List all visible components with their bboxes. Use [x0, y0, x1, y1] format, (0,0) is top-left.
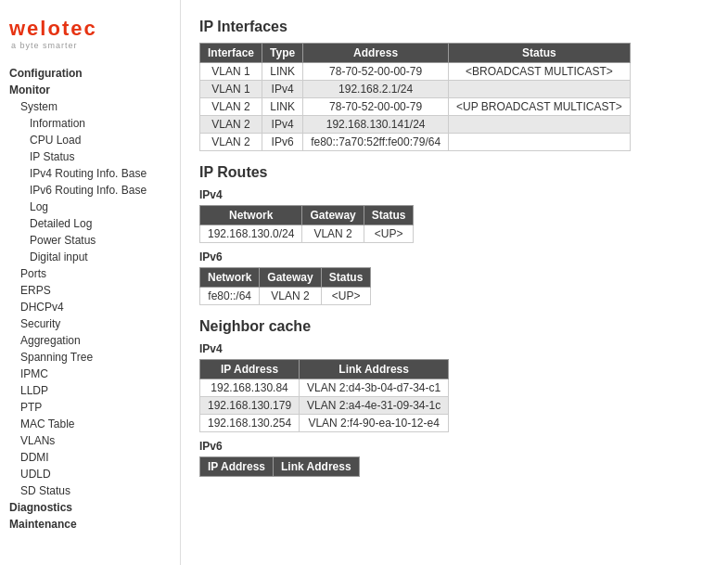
table-cell: LINK — [262, 98, 303, 116]
ipv4-routes-thead: NetworkGatewayStatus — [200, 206, 414, 225]
col-header: Gateway — [302, 206, 364, 225]
sidebar-item-monitor[interactable]: Monitor — [0, 82, 180, 98]
ip-interfaces-tbody: VLAN 1LINK78-70-52-00-00-79<BROADCAST MU… — [200, 63, 631, 151]
sidebar-item-log[interactable]: Log — [0, 199, 180, 215]
ip-interfaces-section: IP Interfaces InterfaceTypeAddressStatus… — [199, 19, 709, 151]
sidebar-item-mac-table[interactable]: MAC Table — [0, 416, 180, 432]
table-cell: VLAN 2 — [200, 116, 262, 134]
table-cell: VLAN 2 — [200, 98, 262, 116]
sidebar-item-lldp[interactable]: LLDP — [0, 382, 180, 399]
sidebar-item-ports[interactable]: Ports — [0, 265, 180, 282]
col-header: Gateway — [260, 268, 321, 288]
sidebar-item-ipv6-routing-info.-base[interactable]: IPv6 Routing Info. Base — [0, 182, 180, 199]
logo-sub: a byte smarter — [11, 41, 171, 50]
table-cell: <UP> — [321, 288, 371, 305]
nc-ipv6-header-row: IP AddressLink Address — [200, 457, 360, 477]
sidebar-item-digital-input[interactable]: Digital input — [0, 249, 180, 265]
sidebar-item-detailed-log[interactable]: Detailed Log — [0, 215, 180, 232]
col-header: Status — [364, 206, 414, 225]
sidebar-item-spanning-tree[interactable]: Spanning Tree — [0, 349, 180, 366]
table-cell: IPv6 — [262, 134, 303, 151]
col-header: Network — [200, 268, 260, 288]
sidebar-item-ipmc[interactable]: IPMC — [0, 366, 180, 382]
table-cell: VLAN 1 — [200, 81, 262, 98]
nc-ipv4-label: IPv4 — [199, 342, 709, 355]
table-row: 192.168.130.0/24VLAN 2<UP> — [200, 225, 414, 243]
table-cell: LINK — [262, 63, 303, 81]
sidebar-item-vlans[interactable]: VLANs — [0, 432, 180, 449]
table-cell: VLAN 2 — [302, 225, 364, 243]
table-row: 192.168.130.179VLAN 2:a4-4e-31-09-34-1c — [200, 397, 449, 415]
sidebar-item-diagnostics[interactable]: Diagnostics — [0, 499, 180, 516]
ip-routes-title: IP Routes — [199, 164, 709, 181]
sidebar: welotec a byte smarter ConfigurationMoni… — [0, 0, 181, 565]
sidebar-item-system[interactable]: System — [0, 98, 180, 115]
sidebar-item-erps[interactable]: ERPS — [0, 282, 180, 299]
col-header: IP Address — [200, 360, 300, 379]
table-cell: VLAN 2:a4-4e-31-09-34-1c — [300, 397, 449, 415]
ipv4-routes-tbody: 192.168.130.0/24VLAN 2<UP> — [200, 225, 414, 243]
nc-ipv4-tbody: 192.168.130.84VLAN 2:d4-3b-04-d7-34-c119… — [200, 379, 449, 432]
ipv6-routes-thead: NetworkGatewayStatus — [200, 268, 371, 288]
nc-ipv4-table: IP AddressLink Address 192.168.130.84VLA… — [199, 359, 449, 432]
table-cell: <UP BROADCAST MULTICAST> — [449, 98, 631, 116]
table-cell: 192.168.130.84 — [200, 379, 300, 397]
table-cell: fe80::/64 — [200, 288, 260, 305]
table-row: VLAN 2IPv6fe80::7a70:52ff:fe00:79/64 — [200, 134, 631, 151]
col-header: Status — [321, 268, 371, 288]
sidebar-item-sd-status[interactable]: SD Status — [0, 482, 180, 499]
nav-section: ConfigurationMonitorSystemInformationCPU… — [0, 63, 180, 534]
table-cell: 78-70-52-00-00-79 — [303, 63, 449, 81]
nc-ipv6-label: IPv6 — [199, 440, 709, 453]
sidebar-item-ptp[interactable]: PTP — [0, 399, 180, 416]
table-row: VLAN 2IPv4192.168.130.141/24 — [200, 116, 631, 134]
sidebar-item-maintenance[interactable]: Maintenance — [0, 516, 180, 533]
table-row: 192.168.130.254VLAN 2:f4-90-ea-10-12-e4 — [200, 415, 449, 432]
table-cell: 192.168.130.0/24 — [200, 225, 302, 243]
table-cell — [449, 116, 631, 134]
table-cell: VLAN 2:f4-90-ea-10-12-e4 — [300, 415, 449, 432]
table-row: VLAN 2LINK78-70-52-00-00-79<UP BROADCAST… — [200, 98, 631, 116]
sidebar-item-udld[interactable]: UDLD — [0, 466, 180, 482]
ipv6-routes-table: NetworkGatewayStatus fe80::/64VLAN 2<UP> — [199, 267, 371, 305]
sidebar-item-ipv4-routing-info.-base[interactable]: IPv4 Routing Info. Base — [0, 165, 180, 182]
nc-ipv4-header-row: IP AddressLink Address — [200, 360, 449, 379]
logo-text: welotec — [9, 17, 171, 41]
table-cell: <UP> — [364, 225, 414, 243]
nc-ipv4-thead: IP AddressLink Address — [200, 360, 449, 379]
table-row: VLAN 1LINK78-70-52-00-00-79<BROADCAST MU… — [200, 63, 631, 81]
sidebar-item-aggregation[interactable]: Aggregation — [0, 332, 180, 349]
ip-interfaces-table: InterfaceTypeAddressStatus VLAN 1LINK78-… — [199, 43, 631, 151]
sidebar-item-information[interactable]: Information — [0, 115, 180, 132]
sidebar-item-security[interactable]: Security — [0, 315, 180, 332]
ipv6-routes-header-row: NetworkGatewayStatus — [200, 268, 371, 288]
sidebar-item-configuration[interactable]: Configuration — [0, 65, 180, 82]
col-header: Link Address — [274, 457, 360, 477]
table-cell: 192.168.130.179 — [200, 397, 300, 415]
sidebar-item-ddmi[interactable]: DDMI — [0, 449, 180, 466]
ipv6-routes-tbody: fe80::/64VLAN 2<UP> — [200, 288, 371, 305]
table-cell: VLAN 1 — [200, 63, 262, 81]
table-cell: 192.168.2.1/24 — [303, 81, 449, 98]
table-cell — [449, 134, 631, 151]
table-cell: VLAN 2 — [200, 134, 262, 151]
sidebar-item-cpu-load[interactable]: CPU Load — [0, 132, 180, 148]
logo-area: welotec a byte smarter — [0, 9, 180, 63]
table-cell: IPv4 — [262, 81, 303, 98]
sidebar-item-ip-status[interactable]: IP Status — [0, 148, 180, 165]
table-cell: VLAN 2 — [260, 288, 321, 305]
ip-routes-section: IP Routes IPv4 NetworkGatewayStatus 192.… — [199, 164, 709, 305]
ipv4-routes-label: IPv4 — [199, 188, 709, 201]
col-header: Type — [262, 44, 303, 63]
table-cell: 192.168.130.141/24 — [303, 116, 449, 134]
col-header: Interface — [200, 44, 262, 63]
sidebar-item-power-status[interactable]: Power Status — [0, 232, 180, 249]
col-header: Status — [449, 44, 631, 63]
neighbor-cache-title: Neighbor cache — [199, 318, 709, 335]
col-header: Network — [200, 206, 302, 225]
table-row: VLAN 1IPv4192.168.2.1/24 — [200, 81, 631, 98]
ip-interfaces-header-row: InterfaceTypeAddressStatus — [200, 44, 631, 63]
ipv4-routes-table: NetworkGatewayStatus 192.168.130.0/24VLA… — [199, 205, 414, 243]
table-cell: IPv4 — [262, 116, 303, 134]
sidebar-item-dhcpv4[interactable]: DHCPv4 — [0, 299, 180, 315]
